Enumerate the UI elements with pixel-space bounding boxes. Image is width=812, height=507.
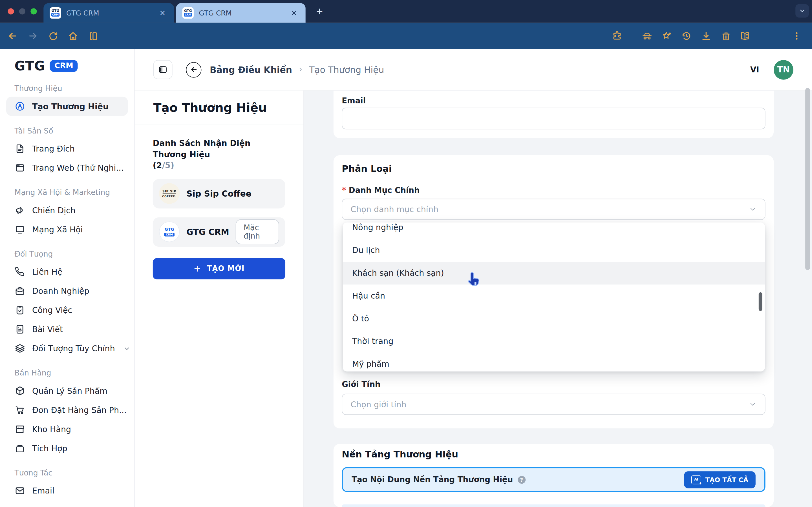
incognito-icon[interactable] (642, 31, 653, 41)
dropdown-option-highlighted[interactable]: Khách sạn (Khách sạn) (343, 262, 765, 284)
language-switcher[interactable]: VI (750, 65, 759, 74)
page-header: Bảng Điều Khiển Tạo Thương Hiệu VI TN (135, 49, 812, 91)
back-button[interactable] (186, 62, 201, 77)
sidebar-item-label: Mạng Xã Hội (32, 225, 83, 234)
category-placeholder: Chọn danh mục chính (350, 205, 438, 214)
email-input[interactable] (342, 108, 765, 129)
brand-name: Sip Sip Coffee (186, 189, 251, 199)
brand-list-heading: Danh Sách Nhận Diện Thương Hiệu (153, 138, 285, 161)
chevron-right-icon (298, 67, 303, 72)
chevron-down-icon (749, 205, 757, 213)
hand-cursor (467, 271, 481, 290)
app-window: GTG CRM Thương Hiệu Tạo Thương Hiệu Tài … (0, 49, 812, 507)
browser-tab-inactive[interactable]: GTG CRM GTG CRM × (43, 3, 174, 23)
home-icon[interactable] (67, 31, 79, 41)
minimize-window-button[interactable] (19, 8, 26, 14)
dropdown-option[interactable]: Hậu cần (343, 284, 765, 307)
browser-tab-active[interactable]: GTG CRM GTG CRM × (176, 3, 305, 23)
sidebar-toggle-button[interactable] (153, 60, 172, 79)
sidebar-item-label: Bài Viết (32, 325, 63, 334)
brand-list-item-sip-sip-coffee[interactable]: SIP SIP COFFEE. Sip Sip Coffee (153, 179, 285, 209)
arrow-left-icon (190, 66, 198, 73)
layers-icon (14, 343, 26, 354)
brand-form-area: Email Phân Loại * Danh Mục Chính Chọn da… (304, 91, 812, 507)
default-badge[interactable]: Mặc định (236, 220, 279, 244)
sidebar-item-label: Đối Tượng Tùy Chỉnh (32, 344, 115, 353)
brand-name: GTG CRM (186, 227, 229, 237)
dropdown-option[interactable]: Nông nghiệp (343, 223, 765, 239)
zoom-window-button[interactable] (31, 8, 37, 14)
sidebar-item-lien-he[interactable]: Liên Hệ (6, 262, 128, 281)
help-question-icon[interactable]: ? (518, 476, 525, 484)
sidebar-item-don-dat-hang[interactable]: Đơn Đặt Hàng Sản Ph... (6, 400, 128, 420)
dropdown-scrollbar-thumb[interactable] (759, 292, 762, 311)
extensions-icon[interactable] (612, 31, 622, 41)
sidebar-section-audience: Đối Tượng (0, 250, 134, 258)
sidebar-item-label: Tích Hợp (32, 444, 67, 453)
tab-close-icon[interactable]: × (289, 8, 299, 18)
reading-list-icon[interactable] (740, 31, 751, 41)
reading-mode-icon[interactable] (87, 31, 98, 41)
sidebar-item-label: Doanh Nghiệp (32, 286, 89, 296)
plus-icon: + (193, 264, 201, 274)
sidebar-item-kho-hang[interactable]: Kho Hàng (6, 420, 128, 439)
sidebar-item-cong-viec[interactable]: Công Việc (6, 300, 128, 320)
file-text-icon (14, 144, 26, 154)
generate-all-button[interactable]: AI✦ TẠO TẤT CẢ (684, 471, 756, 488)
sidebar-section-engagement: Tương Tác (0, 469, 134, 477)
trash-icon[interactable] (720, 31, 731, 41)
sidebar-item-label: Trang Web (Thử Nghi... (32, 163, 124, 172)
mail-icon (14, 485, 26, 496)
sidebar-item-label: Email (32, 486, 54, 496)
reload-icon[interactable] (48, 31, 59, 41)
browser-window-icon (14, 163, 26, 173)
sidebar-item-email[interactable]: Email (6, 481, 128, 500)
back-icon[interactable] (7, 31, 18, 41)
download-icon[interactable] (701, 31, 712, 41)
sidebar-item-trang-web[interactable]: Trang Web (Thử Nghi... (6, 158, 128, 177)
sidebar-item-chien-dich[interactable]: Chiến Dịch (6, 201, 128, 220)
sidebar-item-quan-ly-san-pham[interactable]: Quản Lý Sản Phẩm (6, 381, 128, 400)
sidebar-section-social-marketing: Mạng Xã Hội & Marketing (0, 188, 134, 196)
brand-list-item-gtg-crm[interactable]: GTG CRM GTG CRM Mặc định (153, 217, 285, 247)
sidebar-item-label: Trang Đích (32, 144, 75, 154)
tab-search-button[interactable] (795, 4, 809, 18)
clipboard-check-icon (14, 305, 26, 316)
megaphone-icon (14, 205, 26, 216)
user-avatar[interactable]: TN (774, 60, 794, 79)
close-window-button[interactable] (8, 8, 14, 14)
sidebar-item-tao-thuong-hieu[interactable]: Tạo Thương Hiệu (6, 97, 128, 116)
sidebar-item-tich-hop[interactable]: Tích Hợp (6, 439, 128, 458)
gender-select[interactable]: Chọn giới tính (342, 394, 765, 415)
sidebar-item-doanh-nghiep[interactable]: Doanh Nghiệp (6, 281, 128, 300)
chevron-down-icon (122, 343, 133, 354)
dropdown-option[interactable]: Ô tô (343, 307, 765, 330)
tab-title: GTG CRM (199, 9, 289, 17)
history-icon[interactable] (681, 31, 692, 41)
tab-close-icon[interactable]: × (157, 8, 168, 18)
brand-logo-sip-sip: SIP SIP COFFEE. (159, 183, 180, 204)
forward-icon[interactable] (28, 31, 38, 41)
sidebar-item-doi-tuong-tuy-chinh[interactable]: Đối Tượng Tùy Chỉnh (6, 339, 128, 358)
dropdown-option[interactable]: Du lịch (343, 239, 765, 262)
create-new-label: TẠO MỚI (207, 265, 245, 273)
integration-box-icon (14, 443, 26, 454)
page-scrollbar-thumb[interactable] (805, 88, 810, 270)
menu-dots-icon[interactable] (792, 31, 802, 41)
file-image-icon (14, 324, 26, 335)
tab-favicon: GTG CRM (50, 7, 61, 18)
dropdown-option[interactable]: Thời trang (343, 330, 765, 353)
dropdown-option[interactable]: Mỹ phẩm (343, 353, 765, 372)
sidebar-section-brand: Thương Hiệu (0, 84, 134, 93)
favorites-sparkle-icon[interactable] (661, 31, 672, 41)
breadcrumb-root[interactable]: Bảng Điều Khiển (210, 64, 292, 75)
required-mark: * (342, 185, 346, 195)
new-tab-button[interactable]: + (314, 6, 325, 17)
sidebar-item-trang-dich[interactable]: Trang Đích (6, 139, 128, 158)
brand-list-panel: Tạo Thương Hiệu Danh Sách Nhận Diện Thươ… (135, 91, 304, 507)
sidebar-item-mang-xa-hoi[interactable]: Mạng Xã Hội (6, 220, 128, 239)
create-new-button[interactable]: + TẠO MỚI (153, 258, 285, 279)
sidebar-item-bai-viet[interactable]: Bài Viết (6, 320, 128, 339)
category-select[interactable]: Chọn danh mục chính (342, 199, 765, 220)
briefcase-icon (14, 286, 26, 297)
